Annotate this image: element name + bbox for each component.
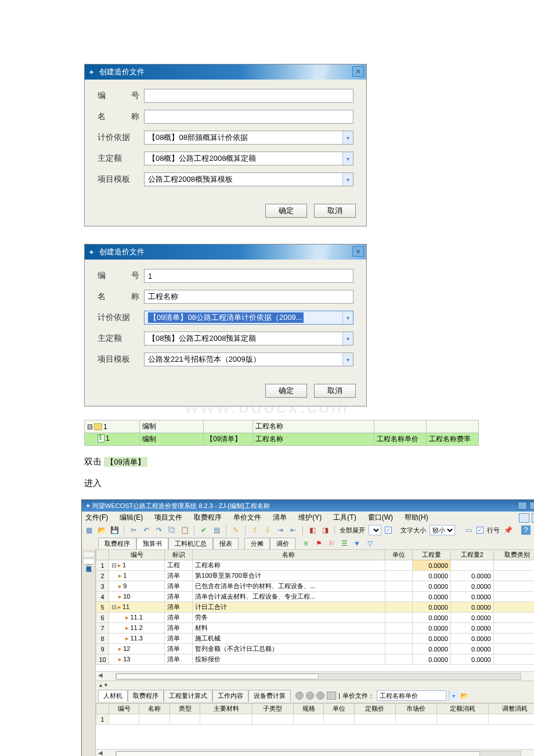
table-row[interactable]: 2 ▸1清单第100章至第700章合计0.00000.0000 xyxy=(96,571,535,581)
h-scrollbar-lower[interactable]: ◀ ▶ xyxy=(96,749,534,756)
tree-icon[interactable]: ☰ xyxy=(340,539,349,548)
doc-icon[interactable]: ▭ xyxy=(464,525,473,535)
circle-tool-3[interactable] xyxy=(316,692,324,700)
chevron-down-icon[interactable]: ▾ xyxy=(342,131,353,144)
circle-tool-1[interactable] xyxy=(295,692,304,700)
circle-tool-2[interactable] xyxy=(306,692,314,700)
tab-qty[interactable]: 工程量计算式 xyxy=(164,690,212,701)
tab-fee[interactable]: 取费程序 xyxy=(98,538,136,549)
bianhao-input[interactable]: 1 xyxy=(144,269,353,283)
flag2-icon[interactable]: ⚐ xyxy=(327,539,336,548)
font-size-select[interactable]: 较小 xyxy=(430,525,455,535)
redo-icon[interactable]: ↷ xyxy=(154,525,164,535)
chevron-down-icon[interactable]: ▾ xyxy=(342,332,353,345)
expand-check[interactable]: ✓ xyxy=(385,527,392,534)
table-row[interactable]: 8 ▸11.3清单施工机械0.00000.0000 xyxy=(96,633,535,644)
mingcheng-input[interactable] xyxy=(144,110,353,124)
funnel-clear-icon[interactable]: ▽ xyxy=(365,539,374,548)
blue-icon[interactable]: ? xyxy=(521,525,531,535)
chevron-down-icon[interactable]: ▾ xyxy=(342,173,353,186)
minimize-icon[interactable] xyxy=(518,502,527,510)
maximize-icon[interactable] xyxy=(529,502,534,510)
lib1-icon[interactable]: ◧ xyxy=(308,525,317,535)
splitter[interactable]: ▲▼ xyxy=(96,681,534,689)
tab-material[interactable]: 工料机汇总 xyxy=(168,538,213,549)
menu-list[interactable]: 清单 xyxy=(273,513,287,523)
tab-report[interactable]: 报表 xyxy=(213,538,239,549)
expand-select[interactable] xyxy=(369,525,381,535)
close-icon[interactable]: × xyxy=(352,246,364,257)
mingcheng-input[interactable]: 工程名称 xyxy=(144,290,353,304)
scroll-left-icon[interactable]: ◀ xyxy=(96,672,105,681)
menu-project[interactable]: 项目文件 xyxy=(154,513,182,523)
new-icon[interactable]: ▦ xyxy=(84,525,93,535)
scroll-right-icon[interactable]: ▶ xyxy=(532,672,534,681)
table-row[interactable]: 7 ▸11.2清单材料0.00000.0000 xyxy=(96,623,535,633)
budget-grid[interactable]: 编号 标识 名称 单位 工程量 工程量2 取费类别 1⊟▸1工程工程名称0.00… xyxy=(96,549,534,665)
up-icon[interactable]: ⇧ xyxy=(250,525,259,535)
funnel-icon[interactable]: ▼ xyxy=(352,539,362,548)
list-icon[interactable]: ≡ xyxy=(301,539,311,548)
table-row[interactable]: 5⊟▸11清单计日工合计0.00000.0000 xyxy=(96,602,535,613)
ok-button[interactable]: 确定 xyxy=(265,384,307,398)
zhudinge-select[interactable]: 【08预】公路工程2008预算定额 ▾ xyxy=(144,332,353,345)
scroll-left-icon[interactable]: ◀ xyxy=(96,750,105,757)
lib2-icon[interactable]: ◨ xyxy=(320,525,330,535)
moban-select[interactable]: 公路工程2008概预算模板 ▾ xyxy=(144,172,353,186)
open-folder-icon[interactable]: 📂 xyxy=(460,692,468,700)
down-icon[interactable]: ⇩ xyxy=(263,525,272,535)
table-row[interactable]: 9 ▸12清单暂列金额（不含计日工总额）0.00000.0000 xyxy=(96,644,535,654)
chevron-down-icon[interactable]: ▾ xyxy=(342,152,353,165)
bianhao-input[interactable] xyxy=(144,89,353,103)
tab-tiaojia[interactable]: 调价 xyxy=(270,538,295,549)
indent-icon[interactable]: ⇥ xyxy=(276,525,285,535)
table-row[interactable]: 6 ▸11.1清单劳务0.00000.0000 xyxy=(96,613,535,623)
cut-icon[interactable]: ✂ xyxy=(129,525,138,535)
table-row[interactable]: 4 ▸10清单清单合计减去材料、工程设备、专业工程...0.00000.0000 xyxy=(96,592,535,602)
menu-unitfile[interactable]: 单价文件 xyxy=(233,513,261,523)
tab-fentang[interactable]: 分摊 xyxy=(244,538,270,549)
menu-maintain[interactable]: 维护(Y) xyxy=(298,513,322,523)
scroll-right-icon[interactable]: ▶ xyxy=(532,750,534,757)
chevron-down-icon[interactable]: ▾ xyxy=(449,690,458,701)
h-scrollbar[interactable]: ◀ ▶ xyxy=(96,671,534,681)
lower-grid[interactable]: 编号 名称 类型 主要材料 子类型 规格 单位 定额价 市场价 定额消耗 调整消… xyxy=(96,703,534,725)
tab-equip[interactable]: 设备费计算 xyxy=(248,690,291,701)
flag1-icon[interactable]: ⚑ xyxy=(314,539,323,548)
open-icon[interactable]: 📂 xyxy=(97,525,106,535)
menu-fee[interactable]: 取费程序 xyxy=(194,513,222,523)
menu-window[interactable]: 窗口(W) xyxy=(368,513,393,523)
chevron-down-icon[interactable]: ▾ xyxy=(342,353,353,366)
check-icon[interactable]: ✔ xyxy=(199,525,208,535)
window-restore-icon[interactable] xyxy=(519,513,529,523)
paste-icon[interactable]: 📋 xyxy=(180,525,189,535)
unitfile-select[interactable]: 工程名称单价 xyxy=(377,690,446,701)
tab-work[interactable]: 工作内容 xyxy=(212,690,248,701)
menu-edit[interactable]: 编辑(E) xyxy=(120,513,143,523)
jijia-select[interactable]: 【08概】08部颁概算计价依据 ▾ xyxy=(144,131,353,145)
menu-tools[interactable]: 工具(T) xyxy=(333,513,356,523)
outdent-icon[interactable]: ⇤ xyxy=(288,525,298,535)
tab-rcj[interactable]: 人材机 xyxy=(98,690,128,701)
tab-fee2[interactable]: 取费程序 xyxy=(128,690,164,701)
table-row[interactable]: 1⊟▸1工程工程名称0.0000 xyxy=(96,560,535,571)
rowno-check[interactable]: ✓ xyxy=(477,527,484,534)
grid-icon[interactable]: ▤ xyxy=(212,525,221,535)
copy-icon[interactable]: ⿻ xyxy=(167,525,176,535)
table-row[interactable]: 10 ▸13清单投标报价0.00000.0000 xyxy=(96,654,535,665)
cancel-button[interactable]: 取消 xyxy=(314,204,356,218)
chevron-down-icon[interactable]: ▾ xyxy=(342,311,353,324)
moban-select[interactable]: 公路发221号招标范本（2009版） ▾ xyxy=(144,352,353,366)
cancel-button[interactable]: 取消 xyxy=(314,384,356,398)
pin-icon[interactable]: 📌 xyxy=(503,525,513,535)
tab-budget[interactable]: 预算书 xyxy=(136,538,168,549)
table-row[interactable]: ⊟1 编制 工程名称 xyxy=(85,420,479,433)
close-icon[interactable]: × xyxy=(352,66,364,77)
menu-help[interactable]: 帮助(H) xyxy=(405,513,428,523)
zhudinge-select[interactable]: 【08概】公路工程2008概算定额 ▾ xyxy=(144,152,353,165)
rect-tool[interactable] xyxy=(327,692,336,700)
undo-icon[interactable]: ↶ xyxy=(142,525,151,535)
menu-file[interactable]: 文件(F) xyxy=(85,513,108,523)
table-row[interactable]: 3 ▸9清单已包含在清单合计中的材料、工程设备、...0.00000.0000 xyxy=(96,581,535,592)
save-icon[interactable]: 💾 xyxy=(110,525,119,535)
